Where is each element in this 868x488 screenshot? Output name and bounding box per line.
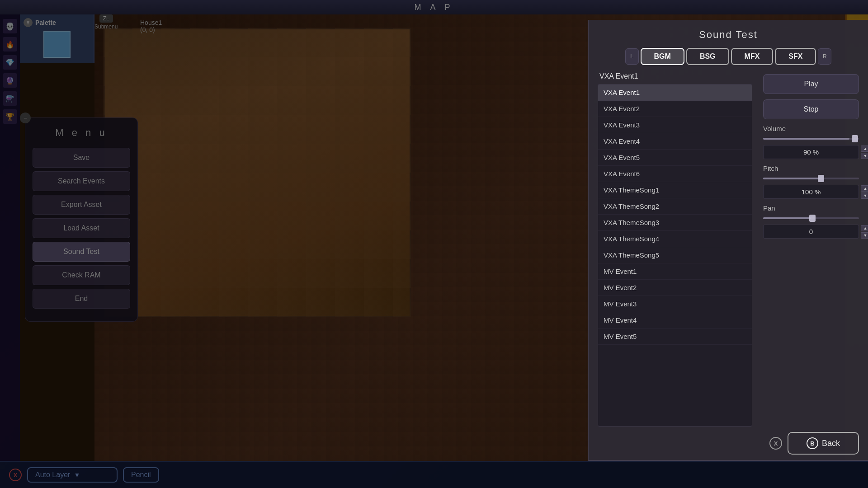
volume-down-button[interactable]: ▼ — [861, 153, 868, 159]
volume-up-button[interactable]: ▲ — [861, 145, 868, 152]
pan-input[interactable] — [763, 225, 859, 239]
volume-spinner: ▲ ▼ — [861, 145, 868, 159]
pitch-input[interactable] — [763, 185, 859, 199]
l-label: L — [630, 53, 633, 60]
play-button[interactable]: Play — [763, 74, 859, 94]
sound-item-4[interactable]: VXA Event5 — [598, 150, 752, 166]
sound-item-1[interactable]: VXA Event2 — [598, 101, 752, 117]
sound-list-section: VXA Event1 VXA Event1 VXA Event2 VXA Eve… — [598, 72, 760, 427]
sound-item-3[interactable]: VXA Event4 — [598, 133, 752, 150]
sound-item-13[interactable]: MV Event3 — [598, 296, 752, 312]
sound-item-8[interactable]: VXA ThemeSong3 — [598, 215, 752, 231]
modal-footer: X B Back — [589, 427, 868, 460]
sound-list-container[interactable]: VXA Event1 VXA Event2 VXA Event3 VXA Eve… — [598, 84, 752, 427]
pitch-fill — [763, 178, 821, 179]
pan-fill — [763, 217, 811, 219]
b-label: B — [810, 440, 814, 447]
tab-row: L BGM BSG MFX SFX R — [589, 48, 868, 72]
back-button[interactable]: B Back — [788, 432, 859, 455]
sound-item-2[interactable]: VXA Event3 — [598, 117, 752, 133]
pitch-label: Pitch — [763, 164, 859, 172]
volume-slider[interactable] — [763, 138, 859, 140]
back-label: Back — [822, 439, 840, 448]
pan-group: Pan ▲ ▼ — [763, 204, 859, 239]
volume-fill — [763, 138, 849, 140]
sound-item-11[interactable]: MV Event1 — [598, 263, 752, 280]
r-label: R — [823, 53, 827, 60]
stop-button[interactable]: Stop — [763, 99, 859, 119]
b-badge: B — [807, 437, 818, 449]
sound-test-title: Sound Test — [589, 20, 868, 48]
pitch-spinner: ▲ ▼ — [861, 185, 868, 199]
tab-nav-right[interactable]: R — [818, 48, 831, 65]
pitch-input-row: ▲ ▼ — [763, 185, 859, 199]
x-close-badge: X — [769, 437, 782, 450]
pan-input-row: ▲ ▼ — [763, 225, 859, 239]
pan-thumb[interactable] — [809, 215, 816, 222]
sound-item-0[interactable]: VXA Event1 — [598, 84, 752, 101]
modal-content: VXA Event1 VXA Event1 VXA Event2 VXA Eve… — [589, 72, 868, 427]
pan-spinner: ▲ ▼ — [861, 225, 868, 239]
volume-input[interactable] — [763, 145, 859, 159]
sound-item-15[interactable]: MV Event5 — [598, 328, 752, 345]
pitch-up-button[interactable]: ▲ — [861, 185, 868, 192]
sound-item-9[interactable]: VXA ThemeSong4 — [598, 231, 752, 247]
pitch-thumb[interactable] — [818, 175, 824, 182]
sound-item-5[interactable]: VXA Event6 — [598, 166, 752, 182]
tab-bsg[interactable]: BSG — [686, 48, 729, 65]
tab-mfx[interactable]: MFX — [731, 48, 774, 65]
tab-bgm[interactable]: BGM — [641, 48, 684, 65]
volume-input-row: ▲ ▼ — [763, 145, 859, 159]
sound-item-10[interactable]: VXA ThemeSong5 — [598, 247, 752, 263]
sound-item-7[interactable]: VXA ThemeSong2 — [598, 198, 752, 215]
volume-label: Volume — [763, 125, 859, 132]
sound-controls-section: Play Stop Volume ▲ ▼ Pitch — [760, 72, 859, 427]
sound-item-6[interactable]: VXA ThemeSong1 — [598, 182, 752, 198]
sound-category-label: VXA Event1 — [598, 72, 752, 80]
pan-down-button[interactable]: ▼ — [861, 232, 868, 239]
x-close-label: X — [774, 440, 778, 447]
pan-up-button[interactable]: ▲ — [861, 225, 868, 231]
tab-sfx[interactable]: SFX — [775, 48, 816, 65]
volume-group: Volume ▲ ▼ — [763, 125, 859, 159]
pan-slider[interactable] — [763, 217, 859, 219]
volume-thumb[interactable] — [852, 135, 858, 142]
pitch-group: Pitch ▲ ▼ — [763, 164, 859, 199]
sound-test-modal: Sound Test L BGM BSG MFX SFX R VXA Event… — [588, 20, 868, 461]
pitch-down-button[interactable]: ▼ — [861, 192, 868, 199]
sound-item-12[interactable]: MV Event2 — [598, 280, 752, 296]
tab-nav-left[interactable]: L — [625, 48, 639, 65]
pitch-slider[interactable] — [763, 178, 859, 179]
pan-label: Pan — [763, 204, 859, 212]
sound-item-14[interactable]: MV Event4 — [598, 312, 752, 328]
